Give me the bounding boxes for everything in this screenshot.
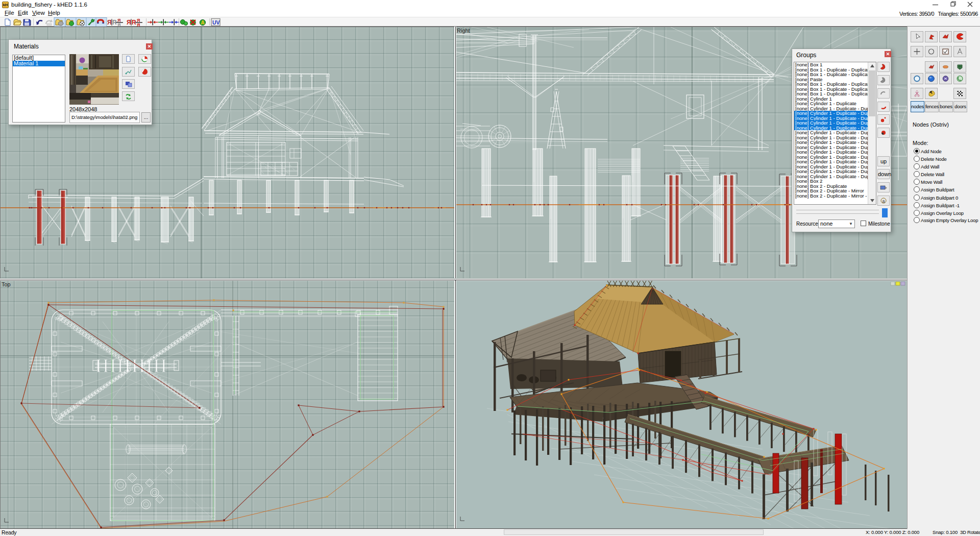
svg-text:Я: Я [107,19,112,26]
svg-text:UV: UV [212,19,220,26]
svg-text:A: A [201,20,205,26]
svg-text:a: a [883,199,885,204]
svg-text:Я: Я [127,19,131,26]
